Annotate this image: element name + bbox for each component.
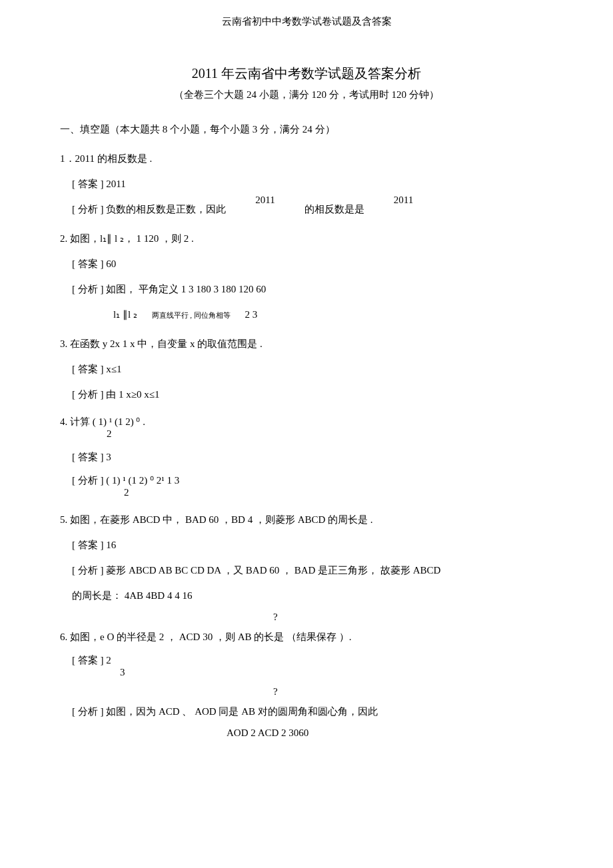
q6-qmark-1: ?	[273, 609, 553, 625]
q6-qmark-2: ?	[273, 683, 553, 699]
q2-ana2-note: 两直线平行 , 同位角相等	[152, 311, 231, 319]
q2-ana2-right: 2 3	[245, 309, 258, 320]
q4-text-bot: 2	[107, 428, 553, 440]
q2-answer: [ 答案 ] 60	[72, 256, 553, 272]
q6-ans-top: [ 答案 ] 2	[72, 654, 553, 666]
q1-ana-mid: 2011	[229, 192, 302, 208]
q1-ana-right-val: 2011	[367, 192, 440, 208]
q2-analysis-1: [ 分析 ] 如图， 平角定义 1 3 180 3 180 120 60	[72, 281, 553, 297]
q3-text: 3. 在函数 y 2x 1 x 中，自变量 x 的取值范围是 .	[60, 336, 553, 352]
q6-text: 6. 如图，e O 的半径是 2 ， ACD 30 ，则 AB 的长是 （结果保…	[60, 629, 553, 645]
q2-analysis-2: l₁ ∥l ₂ 两直线平行 , 同位角相等 2 3	[113, 306, 553, 322]
doc-title: 2011 年云南省中考数学试题及答案分析	[60, 63, 553, 84]
q6-analysis-2: AOD 2 ACD 2 3060	[227, 725, 553, 741]
q4-answer: [ 答案 ] 3	[72, 449, 553, 465]
q3-answer: [ 答案 ] x≤1	[72, 361, 553, 377]
q2-text: 2. 如图，l₁∥ l ₂， 1 120 ，则 2 .	[60, 230, 553, 246]
q2-ana2-left: l₁ ∥l ₂	[113, 309, 137, 320]
q1-text: 1．2011 的相反数是 .	[60, 151, 553, 167]
q4-ana-top: [ 分析 ] ( 1) ¹ (1 2) ⁰ 2¹ 1 3	[72, 474, 553, 486]
q1-ana-left: [ 分析 ] 负数的相反数是正数，因此	[72, 204, 226, 215]
q4-ana-bot: 2	[124, 486, 553, 498]
q4-text: 4. 计算 ( 1) ¹ (1 2) ⁰ . 2	[60, 416, 553, 440]
section-1-intro: 一、填空题（本大题共 8 个小题，每个小题 3 分，满分 24 分）	[60, 121, 553, 137]
q6-ans-bot: 3	[120, 666, 553, 678]
q5-text: 5. 如图，在菱形 ABCD 中， BAD 60 ，BD 4 ，则菱形 ABCD…	[60, 512, 553, 528]
q4-text-top: 4. 计算 ( 1) ¹ (1 2) ⁰ .	[60, 416, 553, 428]
document-page: 云南省初中中考数学试卷试题及含答案 2011 年云南省中考数学试题及答案分析 （…	[0, 0, 613, 767]
q6-answer: [ 答案 ] 2 3	[72, 654, 553, 678]
q6-analysis-1: [ 分析 ] 如图，因为 ACD 、 AOD 同是 AB 对的圆周角和圆心角，因…	[72, 703, 553, 719]
page-header: 云南省初中中考数学试卷试题及含答案	[60, 13, 553, 29]
doc-subtitle: （全卷三个大题 24 小题，满分 120 分，考试用时 120 分钟）	[60, 87, 553, 103]
q5-analysis-1: [ 分析 ] 菱形 ABCD AB BC CD DA ，又 BAD 60 ， B…	[72, 562, 553, 578]
q3-analysis: [ 分析 ] 由 1 x≥0 x≤1	[72, 386, 553, 402]
q5-answer: [ 答案 ] 16	[72, 537, 553, 553]
q5-analysis-2: 的周长是： 4AB 4BD 4 4 16	[72, 588, 553, 604]
q1-analysis: [ 分析 ] 负数的相反数是正数，因此 2011 的相反数是是 2011	[72, 201, 553, 217]
q1-answer: [ 答案 ] 2011	[72, 176, 553, 192]
q4-analysis: [ 分析 ] ( 1) ¹ (1 2) ⁰ 2¹ 1 3 2	[72, 474, 553, 498]
q1-ana-right-label: 的相反数是是	[305, 204, 364, 215]
